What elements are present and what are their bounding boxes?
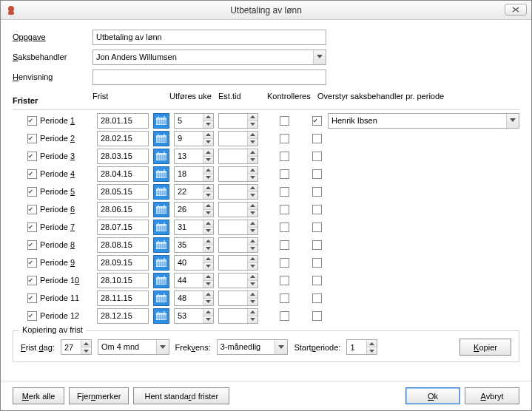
frist-date-input[interactable]: [97, 202, 149, 217]
spin-buttons[interactable]: [247, 114, 257, 128]
avbryt-button[interactable]: Avbryt: [465, 387, 519, 404]
overstyr-checkbox[interactable]: [312, 116, 322, 126]
est-spin[interactable]: [218, 113, 258, 129]
periode-checkbox[interactable]: [27, 116, 37, 126]
uke-spin[interactable]: [174, 131, 214, 146]
periode-checkbox[interactable]: [27, 152, 37, 161]
kontrolleres-checkbox[interactable]: [280, 311, 289, 321]
uke-spin[interactable]: [174, 149, 214, 164]
periode-checkbox[interactable]: [27, 258, 37, 268]
frist-date-input[interactable]: [97, 166, 149, 182]
kontrolleres-checkbox[interactable]: [280, 276, 289, 285]
kontrolleres-checkbox[interactable]: [280, 116, 289, 126]
frist-date-input[interactable]: [97, 149, 149, 164]
calendar-icon[interactable]: [153, 149, 169, 164]
spin-buttons[interactable]: [366, 340, 377, 354]
periode-checkbox[interactable]: [27, 240, 37, 250]
spin-buttons[interactable]: [203, 149, 213, 163]
ok-button[interactable]: Ok: [405, 387, 460, 404]
calendar-icon[interactable]: [153, 113, 169, 129]
overstyr-checkbox[interactable]: [312, 169, 322, 179]
spin-buttons[interactable]: [203, 167, 213, 181]
spin-buttons[interactable]: [247, 238, 257, 252]
periode-checkbox[interactable]: [27, 205, 37, 214]
calendar-icon[interactable]: [153, 291, 169, 306]
frekvens-combo[interactable]: 3-månedlig: [217, 339, 289, 355]
calendar-icon[interactable]: [153, 202, 169, 217]
startperiode-spin[interactable]: [346, 339, 377, 355]
overstyr-checkbox[interactable]: [312, 258, 322, 268]
est-spin[interactable]: [218, 291, 258, 306]
calendar-icon[interactable]: [153, 184, 169, 200]
oppgave-input[interactable]: [92, 30, 326, 45]
spin-buttons[interactable]: [203, 132, 213, 146]
periode-checkbox[interactable]: [27, 169, 37, 179]
uke-spin[interactable]: [174, 202, 214, 217]
periode-checkbox[interactable]: [27, 187, 37, 197]
spin-buttons[interactable]: [203, 309, 213, 323]
frist-date-input[interactable]: [97, 237, 149, 253]
spin-buttons[interactable]: [203, 220, 213, 234]
spin-buttons[interactable]: [247, 220, 257, 234]
periode-checkbox[interactable]: [27, 223, 37, 232]
uke-spin[interactable]: [174, 255, 214, 271]
overstyr-checkbox[interactable]: [312, 240, 322, 250]
uke-spin[interactable]: [174, 166, 214, 182]
frist-date-input[interactable]: [97, 273, 149, 288]
overstyr-checkbox[interactable]: [312, 276, 322, 285]
chevron-down-icon[interactable]: [506, 114, 519, 128]
spin-buttons[interactable]: [247, 167, 257, 181]
est-spin[interactable]: [218, 184, 258, 200]
spin-buttons[interactable]: [81, 340, 91, 354]
close-button[interactable]: [505, 4, 527, 16]
chevron-down-icon[interactable]: [275, 340, 287, 354]
chevron-down-icon[interactable]: [156, 340, 169, 354]
spin-buttons[interactable]: [247, 203, 257, 217]
fjern-merker-button[interactable]: Fjern merker: [69, 387, 129, 404]
spin-buttons[interactable]: [247, 185, 257, 199]
henvisning-input[interactable]: [92, 69, 326, 85]
kontrolleres-checkbox[interactable]: [280, 223, 289, 232]
merk-alle-button[interactable]: Merk alle: [13, 387, 64, 404]
uke-spin[interactable]: [174, 237, 214, 253]
frist-date-input[interactable]: [97, 255, 149, 271]
spin-buttons[interactable]: [247, 291, 257, 305]
calendar-icon[interactable]: [153, 255, 169, 271]
est-spin[interactable]: [218, 149, 258, 164]
kontrolleres-checkbox[interactable]: [280, 258, 289, 268]
spin-buttons[interactable]: [203, 185, 213, 199]
kontrolleres-checkbox[interactable]: [280, 152, 289, 161]
periode-checkbox[interactable]: [27, 293, 37, 303]
spin-buttons[interactable]: [203, 114, 213, 128]
frist-date-input[interactable]: [97, 131, 149, 146]
kopier-button[interactable]: Kopier: [459, 339, 511, 356]
spin-buttons[interactable]: [203, 203, 213, 217]
calendar-icon[interactable]: [153, 220, 169, 235]
spin-buttons[interactable]: [247, 309, 257, 323]
uke-spin[interactable]: [174, 220, 214, 235]
periode-checkbox[interactable]: [27, 134, 37, 143]
est-spin[interactable]: [218, 202, 258, 217]
spin-buttons[interactable]: [203, 238, 213, 252]
calendar-icon[interactable]: [153, 308, 169, 324]
uke-spin[interactable]: [174, 291, 214, 306]
overstyr-combo[interactable]: Henrik Ibsen: [328, 113, 519, 129]
spin-buttons[interactable]: [203, 291, 213, 305]
calendar-icon[interactable]: [153, 237, 169, 253]
uke-spin[interactable]: [174, 184, 214, 200]
est-spin[interactable]: [218, 166, 258, 182]
spin-buttons[interactable]: [247, 274, 257, 288]
periode-checkbox[interactable]: [27, 311, 37, 321]
periode-checkbox[interactable]: [27, 276, 37, 285]
overstyr-checkbox[interactable]: [312, 293, 322, 303]
calendar-icon[interactable]: [153, 166, 169, 182]
spin-buttons[interactable]: [203, 274, 213, 288]
frist-date-input[interactable]: [97, 308, 149, 324]
overstyr-checkbox[interactable]: [312, 311, 322, 321]
frist-date-input[interactable]: [97, 184, 149, 200]
est-spin[interactable]: [218, 255, 258, 271]
overstyr-checkbox[interactable]: [312, 152, 322, 161]
est-spin[interactable]: [218, 220, 258, 235]
spin-buttons[interactable]: [203, 256, 213, 270]
frist-date-input[interactable]: [97, 220, 149, 235]
